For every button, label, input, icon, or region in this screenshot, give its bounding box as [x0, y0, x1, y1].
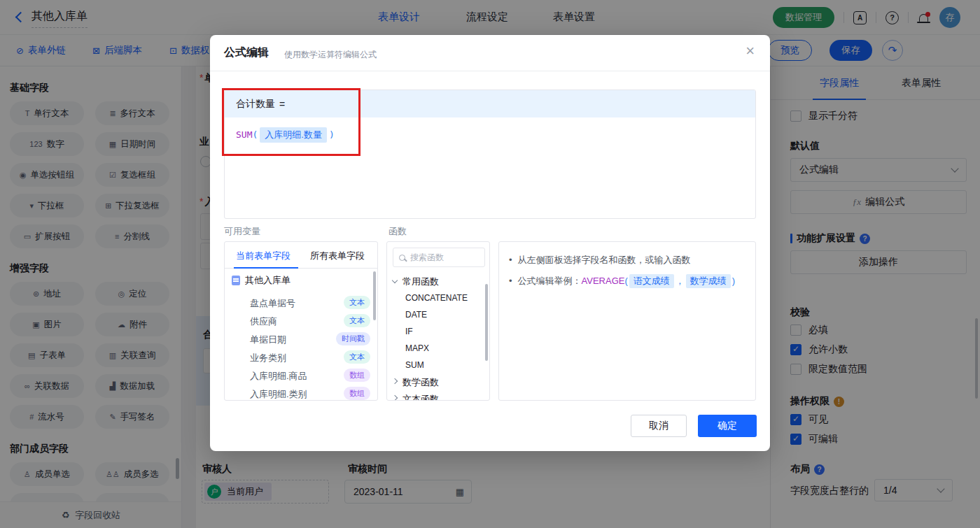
modal-header-divider	[210, 71, 770, 71]
chevron-down-icon	[392, 278, 398, 283]
variable-name: 供应商	[250, 315, 277, 328]
modal-title: 公式编辑	[224, 45, 269, 60]
variables-tab-underline	[234, 267, 298, 269]
example-token: 数学成绩	[686, 274, 731, 288]
variable-row[interactable]: 盘点单据号 文本	[225, 294, 377, 312]
function-group-common[interactable]: 常用函数	[387, 273, 489, 290]
close-paren: )	[329, 129, 335, 140]
variable-name: 业务类别	[250, 352, 286, 364]
function-name: CONCATENATE	[405, 293, 468, 303]
variable-row[interactable]: 单据日期 时间戳	[225, 330, 377, 348]
tree-root-form[interactable]: 其他入库单	[232, 274, 290, 287]
variables-panel: 当前表单字段 所有表单字段 其他入库单 盘点单据号 文本 供应商 文本 单据日期…	[224, 241, 378, 401]
type-badge: 文本	[344, 296, 370, 309]
variables-tabs: 当前表单字段 所有表单字段	[225, 242, 377, 269]
group-name: 文本函数	[402, 393, 439, 401]
variable-name: 单据日期	[250, 334, 286, 346]
example-token: 语文成绩	[629, 274, 674, 288]
app-root: 其他入库单 表单设计 流程设定 表单设置 数据管理 ? 存 ⊘ 表单外链 ⊠ 后…	[0, 0, 980, 528]
chevron-right-icon	[392, 378, 398, 384]
function-item[interactable]: CONCATENATE	[387, 290, 489, 306]
form-doc-icon	[232, 276, 240, 285]
formula-target-bar: 合计数量 =	[225, 90, 755, 117]
function-item[interactable]: MAPX	[387, 340, 489, 357]
tip-example: 公式编辑举例：AVERAGE(语文成绩，数学成绩)	[518, 274, 736, 288]
equals-sign: =	[279, 99, 285, 110]
variables-panel-label: 可用变量	[224, 225, 260, 238]
function-name: IF	[405, 327, 413, 336]
functions-panel-label: 函数	[388, 225, 407, 238]
cancel-button[interactable]: 取消	[631, 415, 687, 437]
tab-current-form-fields[interactable]: 当前表单字段	[236, 250, 290, 262]
group-name: 常用函数	[402, 276, 439, 288]
function-item[interactable]: SUM	[387, 357, 489, 373]
bullet: •	[509, 253, 512, 267]
function-group-text[interactable]: 文本函数	[387, 390, 489, 401]
search-placeholder: 搜索函数	[410, 252, 444, 264]
chevron-right-icon	[392, 395, 398, 401]
variable-name: 入库明细.类别	[250, 388, 307, 401]
type-badge: 数组	[344, 369, 370, 382]
close-paren: )	[732, 276, 735, 286]
tip-text: 从左侧面板选择字段名和函数，或输入函数	[518, 253, 691, 267]
tree-root-label: 其他入库单	[245, 274, 290, 287]
type-badge: 时间戳	[336, 332, 370, 345]
function-search-input[interactable]: 搜索函数	[393, 248, 485, 267]
variable-name: 盘点单据号	[250, 297, 295, 310]
example-function-name: AVERAGE	[582, 276, 625, 286]
comma: ，	[676, 276, 685, 286]
formula-function-name: SUM	[236, 129, 252, 140]
tips-panel: • 从左侧面板选择字段名和函数，或输入函数 • 公式编辑举例：AVERAGE(语…	[498, 241, 756, 401]
functions-panel: 搜索函数 常用函数 CONCATENATE DATE IF MAPX SUM 数…	[386, 241, 490, 401]
confirm-button[interactable]: 确定	[698, 415, 757, 437]
open-paren: (	[624, 276, 627, 286]
open-paren: (	[252, 129, 258, 140]
group-name: 数学函数	[402, 376, 439, 389]
function-item[interactable]: IF	[387, 323, 489, 340]
function-name: SUM	[405, 360, 424, 370]
type-badge: 文本	[344, 314, 370, 327]
variable-row[interactable]: 业务类别 文本	[225, 348, 377, 366]
field-token[interactable]: 入库明细.数量	[260, 127, 327, 143]
variable-row[interactable]: 入库明细.商品 数组	[225, 366, 377, 385]
example-prefix: 公式编辑举例：	[518, 276, 582, 286]
variable-row[interactable]: 入库明细.类别 数组	[225, 385, 377, 401]
formula-target-field: 合计数量	[236, 98, 275, 110]
function-name: MAPX	[405, 343, 429, 353]
function-item[interactable]: DATE	[387, 306, 489, 323]
tip-line-2: • 公式编辑举例：AVERAGE(语文成绩，数学成绩)	[509, 274, 746, 288]
close-icon[interactable]: ×	[746, 43, 755, 59]
bullet: •	[509, 274, 512, 288]
tab-all-form-fields[interactable]: 所有表单字段	[310, 250, 365, 262]
functions-scrollbar[interactable]	[485, 284, 488, 361]
formula-expression[interactable]: SUM(入库明细.数量)	[225, 117, 755, 152]
variable-name: 入库明细.商品	[250, 370, 307, 383]
type-badge: 数组	[344, 387, 370, 400]
formula-editor-area[interactable]: 合计数量 = SUM(入库明细.数量)	[224, 90, 756, 219]
modal-subtitle: 使用数学运算符编辑公式	[284, 49, 377, 61]
type-badge: 文本	[344, 350, 370, 364]
variable-row[interactable]: 供应商 文本	[225, 312, 377, 330]
function-name: DATE	[405, 310, 427, 320]
formula-editor-modal: 公式编辑 使用数学运算符编辑公式 × 合计数量 = SUM(入库明细.数量) 可…	[210, 35, 770, 451]
variables-scrollbar[interactable]	[373, 271, 376, 320]
search-icon	[399, 255, 405, 261]
tip-line-1: • 从左侧面板选择字段名和函数，或输入函数	[509, 253, 746, 267]
function-group-math[interactable]: 数学函数	[387, 373, 489, 390]
